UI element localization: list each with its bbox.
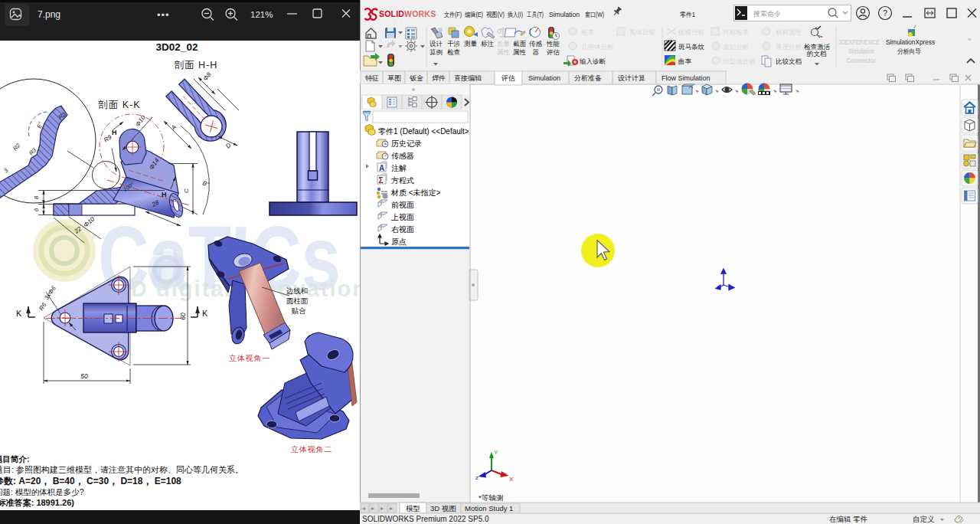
- svg-text:几何体分析: 几何体分析: [581, 43, 614, 51]
- svg-text:60: 60: [179, 313, 187, 320]
- svg-text:零件1 (Default) <<Default>_}: 零件1 (Default) <<Default>_}: [378, 127, 476, 136]
- svg-text:Σ: Σ: [379, 176, 384, 185]
- svg-text:H: H: [112, 129, 117, 136]
- svg-text:厚度分析: 厚度分析: [776, 43, 802, 51]
- svg-text:拔模分析: 拔模分析: [678, 28, 705, 36]
- svg-text:Simulation: Simulation: [549, 11, 580, 18]
- svg-text:50: 50: [80, 372, 88, 380]
- svg-text:Simulation: Simulation: [848, 47, 874, 55]
- svg-text:题目简介:: 题目简介:: [0, 454, 30, 463]
- svg-text:圆柱面: 圆柱面: [286, 296, 309, 305]
- svg-text:模型: 模型: [406, 504, 420, 513]
- svg-text:器: 器: [533, 48, 540, 56]
- svg-text:材料属性: 材料属性: [775, 28, 802, 36]
- svg-text:»: »: [968, 36, 972, 43]
- svg-text:3D02_02: 3D02_02: [156, 41, 198, 53]
- svg-text:Flow Simulation: Flow Simulation: [662, 74, 710, 82]
- svg-text:剖面 K-K: 剖面 K-K: [97, 100, 140, 110]
- svg-text:*等轴测: *等轴测: [479, 493, 503, 502]
- svg-text:直接编辑: 直接编辑: [454, 74, 482, 82]
- svg-text:前视面: 前视面: [391, 201, 414, 209]
- svg-text:算例: 算例: [430, 48, 443, 56]
- svg-text:自定义: 自定义: [913, 515, 935, 523]
- svg-text:分析准备: 分析准备: [574, 74, 602, 82]
- svg-text:材质 <未指定>: 材质 <未指定>: [390, 188, 441, 197]
- svg-text:草图: 草图: [387, 74, 401, 82]
- svg-text:?: ?: [883, 8, 887, 18]
- svg-text:检查: 检查: [581, 28, 595, 36]
- svg-text:质量: 质量: [497, 40, 511, 47]
- svg-text:焊件: 焊件: [432, 74, 446, 82]
- svg-text:评估: 评估: [546, 48, 560, 56]
- svg-text:3D 视图: 3D 视图: [430, 504, 456, 513]
- svg-text:▸: ▸: [390, 505, 393, 512]
- svg-text:属性: 属性: [513, 48, 527, 56]
- svg-text:Y: Y: [494, 449, 498, 456]
- svg-text:分析向导: 分析向导: [897, 47, 921, 55]
- svg-text:属性: 属性: [497, 48, 511, 56]
- svg-text:K: K: [202, 309, 208, 318]
- svg-text:7.png: 7.png: [38, 9, 60, 20]
- svg-text:题目: 参照图构建三维模型，请注意其中的对称、同心等几何关系: 题目: 参照图构建三维模型，请注意其中的对称、同心等几何关系。: [0, 465, 243, 474]
- svg-text:上视面: 上视面: [390, 213, 414, 221]
- svg-text:零件1: 零件1: [680, 11, 695, 18]
- svg-text:实体比较: 实体比较: [629, 28, 656, 36]
- svg-text:K: K: [16, 309, 22, 318]
- svg-text:▸: ▸: [371, 505, 374, 512]
- svg-text:方程式: 方程式: [391, 176, 414, 185]
- svg-text:斑马条纹: 斑马条纹: [678, 43, 705, 51]
- svg-text:评估: 评估: [501, 74, 515, 82]
- svg-text:特征: 特征: [365, 74, 379, 82]
- svg-text:截面: 截面: [513, 40, 527, 47]
- svg-text:SOLIDWORKS Premium 2022 SP5.0: SOLIDWORKS Premium 2022 SP5.0: [362, 515, 489, 523]
- svg-text:工具(T): 工具(T): [526, 11, 544, 18]
- svg-text:搜索命令: 搜索命令: [753, 10, 781, 18]
- svg-text:历史记录: 历史记录: [391, 139, 422, 148]
- svg-text:分型线分析: 分型线分析: [723, 57, 756, 65]
- svg-text:(标准答案: 18991.26): (标准答案: 18991.26): [0, 498, 74, 508]
- svg-text:Connector: Connector: [846, 57, 876, 64]
- svg-text:贴合: 贴合: [292, 306, 307, 315]
- svg-text:问题: 模型的体积是多少?: 问题: 模型的体积是多少?: [0, 487, 84, 496]
- svg-text:标注: 标注: [481, 40, 495, 47]
- svg-text:设计计算: 设计计算: [618, 74, 645, 82]
- svg-text:A: A: [379, 164, 384, 172]
- svg-text:注解: 注解: [391, 164, 407, 172]
- svg-text:Motion Study 1: Motion Study 1: [465, 504, 513, 513]
- svg-text:z: z: [475, 474, 479, 481]
- svg-text:的文档: 的文档: [807, 50, 827, 57]
- svg-text:▸: ▸: [381, 505, 384, 512]
- svg-text:传感: 传感: [528, 40, 543, 47]
- svg-text:Simulation: Simulation: [528, 74, 560, 82]
- svg-text:◂: ◂: [362, 505, 365, 512]
- svg-text:插入(I): 插入(I): [507, 11, 523, 18]
- svg-text:曲率: 曲率: [678, 57, 692, 65]
- svg-text:原点: 原点: [391, 237, 407, 246]
- svg-text:立体视角二: 立体视角二: [291, 445, 332, 454]
- svg-text:6: 6: [33, 208, 40, 211]
- svg-text:X: X: [509, 476, 514, 483]
- svg-text:SOLIDWORKS: SOLIDWORKS: [379, 9, 436, 18]
- svg-text:测量: 测量: [463, 40, 478, 47]
- svg-text:121%: 121%: [250, 10, 273, 19]
- svg-text:检查: 检查: [447, 48, 461, 56]
- svg-text:窗口(W): 窗口(W): [585, 11, 604, 18]
- svg-text:干涉: 干涉: [447, 40, 461, 47]
- svg-text:文件(F): 文件(F): [444, 11, 462, 18]
- svg-text:底切分析: 底切分析: [723, 43, 750, 51]
- svg-text:H: H: [162, 191, 167, 198]
- svg-text:对称检查: 对称检查: [723, 28, 750, 36]
- svg-text:8: 8: [33, 195, 40, 199]
- svg-text:SimulationXpress: SimulationXpress: [886, 38, 935, 46]
- svg-text:比较文档: 比较文档: [776, 57, 802, 65]
- svg-text:在编辑 零件: 在编辑 零件: [829, 515, 867, 523]
- svg-text:视图(V): 视图(V): [486, 11, 505, 18]
- svg-text:输入诊断: 输入诊断: [579, 57, 606, 65]
- svg-text:右视面: 右视面: [391, 225, 414, 234]
- svg-text:•••: •••: [157, 9, 170, 21]
- svg-text:性能: 性能: [546, 40, 560, 47]
- svg-text:参数: A=20， B=40， C=30， D=18， E=: 参数: A=20， B=40， C=30， D=18， E=108: [0, 476, 181, 486]
- svg-text:3DEXPERIENCE: 3DEXPERIENCE: [838, 38, 880, 46]
- svg-text:立体视角一: 立体视角一: [229, 354, 270, 362]
- svg-text:C: C: [183, 188, 190, 193]
